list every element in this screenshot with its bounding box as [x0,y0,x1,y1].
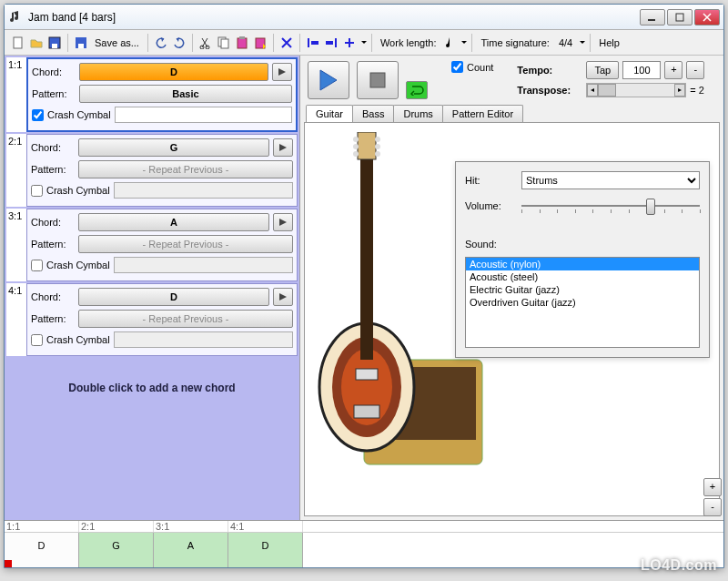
bar-row: 3:1 Chord: A Pattern: - Repeat Previous … [6,209,298,281]
crash-input [114,257,293,273]
transpose-value: = 2 [690,85,704,96]
app-icon [8,10,23,25]
paste-icon[interactable] [234,35,250,51]
playhead-marker[interactable] [5,560,12,567]
play-chord-icon[interactable] [273,213,293,231]
add-dropdown[interactable] [359,37,367,48]
svg-rect-4 [52,44,57,48]
transpose-label: Transpose: [517,85,582,96]
timeline: 1:12:13:14:1 DGAD [5,520,723,567]
tempo-plus-button[interactable]: + [664,61,682,79]
tab-guitar[interactable]: Guitar [306,105,353,122]
delete-icon[interactable] [278,35,295,51]
crash-checkbox[interactable] [31,334,43,346]
play-chord-icon[interactable] [272,63,292,81]
zoom-in-button[interactable]: + [703,478,722,496]
bar-card[interactable]: Chord: G Pattern: - Repeat Previous - Cr… [26,134,298,207]
pattern-button[interactable]: - Repeat Previous - [78,160,293,178]
timeline-tick: 4:1 [228,521,303,532]
paste-special-icon[interactable] [252,35,268,51]
guitar-tab-page: Hit: Strums Volume: Sound: Acoustic (nyl… [304,122,720,516]
save-as-button[interactable]: Save as... [91,37,143,48]
bar-card[interactable]: Chord: D Pattern: - Repeat Previous - Cr… [26,283,298,356]
tap-button[interactable]: Tap [586,61,619,79]
work-length-dropdown[interactable] [460,37,467,48]
tab-pattern-editor[interactable]: Pattern Editor [442,105,523,122]
add-icon[interactable] [341,35,358,51]
help-button[interactable]: Help [595,37,623,48]
play-chord-icon[interactable] [273,138,293,157]
time-sig-label: Time signature: [477,37,552,48]
tempo-label: Tempo: [517,65,582,76]
svg-rect-11 [238,38,247,48]
crash-checkbox[interactable] [31,260,43,271]
crash-checkbox[interactable] [31,185,43,197]
svg-rect-1 [676,14,683,21]
svg-rect-15 [311,41,318,45]
sound-list[interactable]: Acoustic (nylon)Acoustic (steel)Electric… [465,257,700,348]
zoom-out-button[interactable]: - [703,498,722,516]
timeline-bar[interactable]: G [79,533,154,567]
timeline-tick: 3:1 [154,521,228,532]
close-button[interactable] [694,9,720,25]
time-sig-dropdown[interactable] [578,37,585,48]
insert-left-icon[interactable] [305,35,321,51]
sound-label: Sound: [465,239,514,250]
chord-button[interactable]: D [79,63,268,81]
chord-button[interactable]: A [78,213,269,231]
bar-card[interactable]: Chord: A Pattern: - Repeat Previous - Cr… [26,209,298,281]
hit-select[interactable]: Strums [521,171,700,189]
stop-button[interactable] [357,61,399,99]
volume-slider[interactable] [521,197,700,215]
tempo-minus-button[interactable]: - [686,61,704,79]
pattern-label: Pattern: [31,239,75,250]
time-sig-value[interactable]: 4/4 [555,37,576,48]
transpose-scrollbar[interactable]: ◂ ▸ [586,83,686,97]
open-icon[interactable] [28,35,45,51]
sound-option[interactable]: Acoustic (steel) [466,270,699,283]
add-chord-hint[interactable]: Double click to add a new chord [6,358,298,418]
chord-button[interactable]: G [78,138,269,157]
timeline-bar[interactable]: D [5,533,79,567]
save-icon[interactable] [46,35,63,51]
cut-icon[interactable] [197,35,214,51]
play-chord-icon[interactable] [273,288,293,306]
minimize-button[interactable] [640,9,665,25]
loop-button[interactable] [406,81,428,99]
timeline-bar[interactable]: A [154,533,228,567]
titlebar: Jam band [4 bars] [5,5,723,30]
crash-checkbox[interactable] [32,109,44,121]
new-icon[interactable] [10,35,26,51]
bar-row: 2:1 Chord: G Pattern: - Repeat Previous … [6,134,298,207]
crash-input[interactable] [115,107,292,123]
tempo-input[interactable] [622,61,661,79]
crash-input [114,331,293,348]
hit-label: Hit: [465,175,514,186]
insert-right-icon[interactable] [323,35,339,51]
copy-icon[interactable] [216,35,232,51]
timeline-tick: 1:1 [5,521,79,532]
pattern-button[interactable]: - Repeat Previous - [78,310,293,328]
crash-label: Crash Cymbal [46,260,110,270]
sound-option[interactable]: Electric Guitar (jazz) [466,283,699,296]
pattern-label: Pattern: [31,164,75,175]
undo-icon[interactable] [153,35,169,51]
bar-card[interactable]: Chord: D Pattern: Basic Crash Cymbal [26,57,298,132]
timeline-bar[interactable]: D [228,533,303,567]
sound-option[interactable]: Acoustic (nylon) [466,258,699,270]
tab-drums[interactable]: Drums [393,105,442,122]
tabstrip: GuitarBassDrumsPattern Editor [306,105,720,122]
svg-rect-2 [14,37,22,48]
sound-option[interactable]: Overdriven Guitar (jazz) [466,296,699,309]
pattern-button[interactable]: - Repeat Previous - [78,235,293,253]
redo-icon[interactable] [171,35,187,51]
save-as-icon[interactable] [73,35,89,51]
maximize-button[interactable] [667,9,693,25]
note-icon[interactable] [441,35,458,51]
pattern-button[interactable]: Basic [79,85,292,103]
chord-button[interactable]: D [78,288,269,306]
tab-bass[interactable]: Bass [352,105,394,122]
play-button[interactable] [308,61,349,99]
count-checkbox[interactable] [451,61,463,73]
svg-point-32 [375,144,380,149]
